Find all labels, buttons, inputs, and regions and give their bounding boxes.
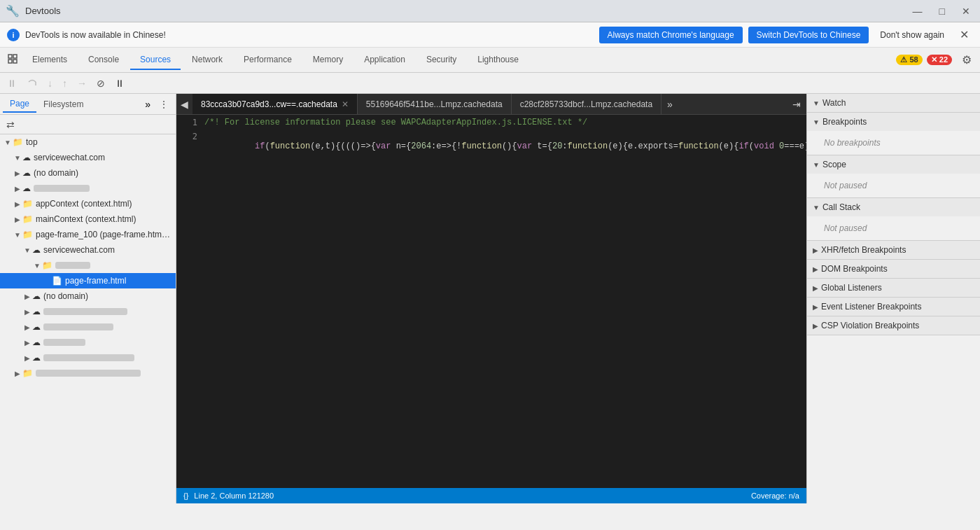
tree-label-sw2: servicewechat.com [43,245,115,255]
folder-icon: 📁 [22,230,33,239]
maximize-button[interactable]: □ [935,4,949,18]
tree-item-folder1[interactable]: 📁 [0,258,176,273]
step-into-button[interactable]: ↓ [43,76,57,91]
panel-label-eventbp: Event Listener Breakpoints [821,302,921,312]
tree-arrow-mc [13,216,22,223]
main-tabs: Elements Console Sources Network Perform… [22,50,528,70]
panel-label-cspbp: CSP Violation Breakpoints [821,321,919,330]
info-bar-close-button[interactable]: ✕ [955,27,973,43]
inspect-icon-button[interactable] [3,50,22,69]
pause-on-exceptions-button[interactable]: ⏸ [111,76,129,91]
code-tab-1[interactable]: 55169646f5411be...Lmpz.cachedata [358,94,512,115]
tab-sources[interactable]: Sources [130,50,181,70]
tab-memory[interactable]: Memory [303,50,353,70]
step-over-button[interactable] [22,74,42,92]
pause-resume-button[interactable]: ⏸ [3,76,21,91]
cloud-icon: ☁ [32,337,41,347]
tree-item-maincontext[interactable]: 📁 mainContext (context.html) [0,211,176,227]
code-tab-2[interactable]: c28cf285733dbcf...Lmpz.cachedata [512,94,662,115]
line-number-1: 1 [176,118,204,132]
sync-button[interactable]: ⇄ [3,117,18,132]
panel-header-watch[interactable]: ▼ Watch [807,94,980,112]
cloud-icon: ☁ [32,322,41,332]
code-tab-close-0[interactable]: ✕ [342,99,349,109]
tree-item-blurred3[interactable]: ☁ [0,319,176,335]
sidebar-more-options-button[interactable]: ⋮ [155,97,173,111]
step-button[interactable]: → [73,76,91,91]
tab-application[interactable]: Application [354,50,415,70]
panel-section-watch: ▼ Watch [807,94,980,113]
settings-gear-button[interactable]: ⚙ [956,50,977,69]
window-title: Devtools [25,6,903,16]
tree-arrow-b2 [22,308,32,316]
switch-chinese-button[interactable]: Switch DevTools to Chinese [748,27,869,43]
error-badge: ✕ 22 [927,55,952,65]
tree-item-blurred6[interactable]: 📁 [0,365,176,381]
breakpoints-empty-text: No breakpoints [813,134,974,152]
code-tab-bar: ◀ 83ccca3b07ca9d3...cw==.cachedata ✕ 551… [176,94,806,115]
main-area: Page Filesystem » ⋮ ⇄ 📁 top ☁ servicewec… [0,94,980,503]
panel-arrow-eventbp: ▶ [813,303,818,311]
panel-header-dombp[interactable]: ▶ DOM Breakpoints [807,260,980,278]
tree-item-blurred2[interactable]: ☁ [0,304,176,319]
match-language-button[interactable]: Always match Chrome's language [599,27,743,43]
tree-item-top[interactable]: 📁 top [0,134,176,150]
panel-header-breakpoints[interactable]: ▼ Breakpoints [807,113,980,131]
tree-item-servicewechat1[interactable]: ☁ servicewechat.com [0,150,176,165]
code-editor[interactable]: 1 /*! For license information please see… [176,115,806,488]
tree-item-pageframehtml[interactable]: 📄 page-frame.html [0,273,176,288]
tree-item-pageframe100[interactable]: 📁 page-frame_100 (page-frame.htm… [0,227,176,242]
panel-header-globallisteners[interactable]: ▶ Global Listeners [807,279,980,297]
panel-header-eventbp[interactable]: ▶ Event Listener Breakpoints [807,298,980,316]
info-text: DevTools is now available in Chinese! [25,30,594,40]
tree-item-blurred4[interactable]: ☁ [0,335,176,350]
tree-item-nodomain2[interactable]: ☁ (no domain) [0,288,176,304]
tree-label-pageframe100: page-frame_100 (page-frame.htm… [36,230,170,239]
info-icon: i [7,29,20,41]
panel-arrow-callstack: ▼ [813,204,820,211]
panel-header-xhrfetch[interactable]: ▶ XHR/fetch Breakpoints [807,241,980,259]
tree-arrow-ac [13,200,22,208]
panel-header-callstack[interactable]: ▼ Call Stack [807,198,980,216]
deactivate-breakpoints-button[interactable]: ⊘ [92,76,109,91]
tree-item-nodomain1[interactable]: ☁ (no domain) [0,165,176,181]
sidebar-toolbar: ⇄ [0,115,176,134]
tree-arrow-b4 [22,339,32,347]
panel-label-globallisteners: Global Listeners [821,283,882,293]
panel-header-cspbp[interactable]: ▶ CSP Violation Breakpoints [807,316,980,335]
code-tab-more-button[interactable]: » [662,96,678,113]
minimize-button[interactable]: — [909,4,927,18]
tree-label-blurred2 [43,308,127,315]
step-out-button[interactable]: ↑ [58,76,71,91]
tree-label-blurred3 [43,323,113,330]
panel-arrow-watch: ▼ [813,99,820,107]
tree-item-blurred5[interactable]: ☁ [0,350,176,365]
folder-icon: 📁 [22,199,33,209]
tab-performance[interactable]: Performance [234,50,302,70]
code-tab-prev-button[interactable]: ◀ [176,96,192,113]
tree-label-nd2: (no domain) [43,291,88,301]
cloud-icon: ☁ [32,307,41,316]
brace-icon[interactable]: {} [183,491,188,500]
sidebar-tab-page[interactable]: Page [3,96,36,113]
code-tab-0[interactable]: 83ccca3b07ca9d3...cw==.cachedata ✕ [192,94,358,115]
tab-network[interactable]: Network [182,50,232,70]
panel-arrow-scope: ▼ [813,161,820,169]
tab-security[interactable]: Security [416,50,466,70]
panel-header-scope[interactable]: ▼ Scope [807,155,980,174]
sidebar-tab-filesystem[interactable]: Filesystem [36,97,90,112]
tree-item-blurred1[interactable]: ☁ [0,181,176,196]
close-button[interactable]: ✕ [958,4,974,18]
sidebar-tab-more-button[interactable]: » [141,97,155,111]
tab-elements[interactable]: Elements [22,50,77,70]
cloud-icon: ☁ [32,245,41,255]
tree-item-servicewechat2[interactable]: ☁ servicewechat.com [0,242,176,258]
tab-lighthouse[interactable]: Lighthouse [468,50,528,70]
tab-console[interactable]: Console [78,50,129,70]
tree-label-appcontext: appContext (context.html) [36,199,132,209]
code-tab-label-0: 83ccca3b07ca9d3...cw==.cachedata [201,99,337,109]
dont-show-again-button[interactable]: Don't show again [874,27,950,43]
tree-item-appcontext[interactable]: 📁 appContext (context.html) [0,196,176,211]
code-panel-expand-button[interactable]: ⇥ [787,96,806,113]
tree-arrow-sw2 [22,246,32,254]
